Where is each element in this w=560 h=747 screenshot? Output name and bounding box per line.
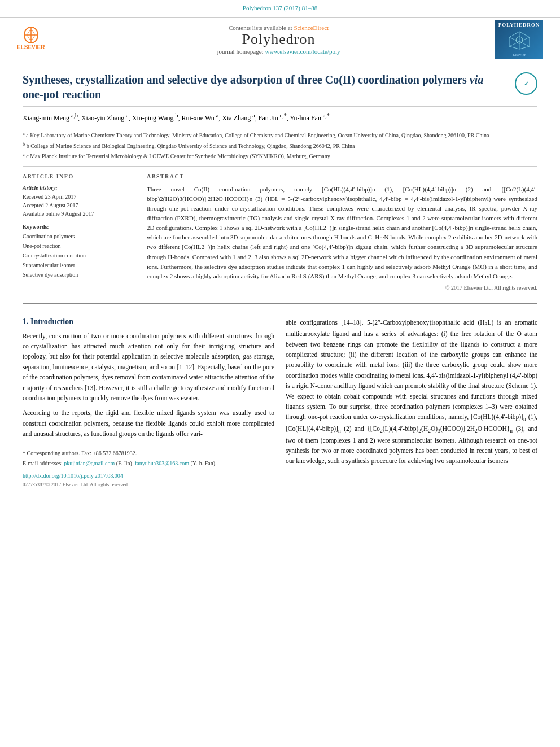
abstract-section: ABSTRACT Three novel Co(II) coordination… [147,173,537,290]
doi-link: http://dx.doi.org/10.1016/j.poly.2017.08… [23,471,274,480]
affiliation-1: a a Key Laboratory of Marine Chemistry T… [23,130,537,139]
article-info: ARTICLE INFO Article history: Received 2… [23,173,135,290]
polyhedron-cover: POLYHEDRON Elsevier [495,20,543,59]
main-body: 1. Introduction Recently, construction o… [23,308,537,497]
email-link-2[interactable]: fanyuhua303@163.com [135,460,189,466]
article-title-text: Syntheses, crystallization and selective… [23,72,515,102]
keyword-4: Supramolecular isomer [23,260,126,270]
section-divider [23,303,537,304]
intro-paragraph-1: Recently, construction of two or more co… [23,331,274,404]
sciencedirect-label: Contents lists available at ScienceDirec… [62,24,495,31]
right-column: able configurations [14–18]. 5-(2′′-Carb… [286,317,537,488]
elsevier-logo: ELSEVIER [17,27,62,53]
footnotes: * Corresponding authors. Fax: +86 532 66… [23,444,274,488]
available-date: Available online 9 August 2017 [23,209,126,218]
keywords-heading: Keywords: [23,224,126,230]
doi-anchor[interactable]: http://dx.doi.org/10.1016/j.poly.2017.08… [23,473,123,479]
journal-title: Polyhedron [62,31,495,48]
article-title-section: Syntheses, crystallization and selective… [23,62,537,107]
keyword-5: Selective dye adsorption [23,270,126,279]
svg-text:ELSEVIER: ELSEVIER [17,44,45,50]
journal-header: Polyhedron 137 (2017) 81–88 [0,0,560,18]
left-column: 1. Introduction Recently, construction o… [23,317,274,488]
footnote-emails: E-mail addresses: pkujinfan@gmail.com (F… [23,459,274,468]
journal-banner-center: Contents lists available at ScienceDirec… [62,24,495,55]
article-info-abstract: ARTICLE INFO Article history: Received 2… [23,167,537,298]
email-link-1[interactable]: pkujinfan@gmail.com [64,460,115,466]
abstract-heading: ABSTRACT [147,173,537,181]
copyright: © 2017 Elsevier Ltd. All rights reserved… [147,281,537,291]
keyword-2: One-pot reaction [23,241,126,251]
sciencedirect-link[interactable]: ScienceDirect [294,24,329,31]
right-col-paragraph-1: able configurations [14–18]. 5-(2′′-Carb… [286,317,537,466]
usually-word: usually [233,409,251,416]
crossmark-badge: ✓ [515,72,537,95]
journal-banner: ELSEVIER Contents lists available at Sci… [0,18,560,62]
authors-text: Xiang-min Meng a,b, Xiao-yin Zhang a, Xi… [23,114,330,122]
keyword-1: Coordination polymers [23,231,126,241]
journal-homepage: journal homepage: www.elsevier.com/locat… [62,48,495,55]
history-heading: Article history: [23,185,126,191]
article-title: Syntheses, crystallization and selective… [23,72,504,102]
abstract-text: Three novel Co(II) coordination polymers… [147,185,537,281]
intro-heading: 1. Introduction [23,317,274,326]
article-info-heading: ARTICLE INFO [23,173,126,181]
article-content: Syntheses, crystallization and selective… [0,62,560,497]
journal-homepage-link[interactable]: www.elsevier.com/locate/poly [265,48,340,55]
affiliations-section: a a Key Laboratory of Marine Chemistry T… [23,130,537,167]
authors-line: Xiang-min Meng a,b, Xiao-yin Zhang a, Xi… [23,111,537,124]
accepted-date: Accepted 2 August 2017 [23,201,126,209]
journal-ref: Polyhedron 137 (2017) 81–88 [0,5,560,11]
keyword-3: Co-crystallization condition [23,251,126,260]
authors-section: Xiang-min Meng a,b, Xiao-yin Zhang a, Xi… [23,107,537,130]
issn: 0277-5387/© 2017 Elsevier Ltd. All right… [23,480,274,488]
keywords-section: Keywords: Coordination polymers One-pot … [23,224,126,279]
footnote-corresponding: * Corresponding authors. Fax: +86 532 66… [23,449,274,458]
received-date: Received 23 April 2017 [23,193,126,201]
affiliation-2: b b College of Marine Science and Biolog… [23,141,537,150]
intro-paragraph-2: According to the reports, the rigid and … [23,408,274,439]
article-history: Article history: Received 23 April 2017 … [23,185,126,218]
affiliation-3: c c Max Planck Institute for Terrestrial… [23,151,537,160]
